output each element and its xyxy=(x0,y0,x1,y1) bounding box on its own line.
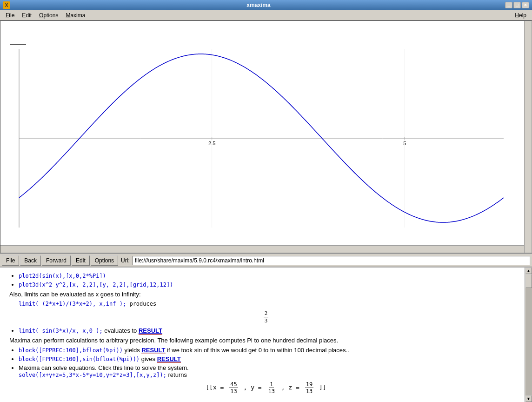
title-bar: X xmaxima _ □ ✕ xyxy=(0,0,532,10)
scroll-track xyxy=(525,274,532,395)
limit-code-link[interactable]: limit( (2*x+1)/(3*x+2), x,inf ); xyxy=(19,301,129,307)
menu-file[interactable]: File xyxy=(2,11,18,20)
solve-y-fraction: 1 13 xyxy=(267,381,276,395)
menu-edit[interactable]: Edit xyxy=(18,11,35,20)
fraction-denominator: 3 xyxy=(264,317,268,324)
block1-link[interactable]: block([FPPREC:100],bfloat(%pi)) xyxy=(19,347,123,354)
block1-desc: if we took sin of this we would get 0 to… xyxy=(167,347,349,354)
solve-item: Maxima can solve equations. Click this l… xyxy=(19,364,523,378)
fraction-display: 2 3 xyxy=(9,310,523,324)
block2-gives: gives xyxy=(141,355,157,362)
solve-z-num: 19 xyxy=(305,381,313,388)
browser-edit-button[interactable]: Edit xyxy=(72,255,90,266)
solve-z-den: 13 xyxy=(305,388,313,395)
maximize-button[interactable]: □ xyxy=(513,2,521,8)
block2-code: block([FPPREC:100],sin(bfloat(%pi))) xyxy=(19,356,140,362)
window-title: xmaxima xyxy=(12,2,505,8)
solve-y-num: 1 xyxy=(269,381,274,388)
solve-code: solve([x+y+z=5,3*x-5*y=10,y+2*z=3],[x,y,… xyxy=(19,372,166,378)
evaluates-text: evaluates to xyxy=(104,327,139,334)
produces-text: produces xyxy=(129,301,156,307)
block-list: block([FPPREC:100],bfloat(%pi)) yields R… xyxy=(9,347,523,378)
block1-code: block([FPPREC:100],bfloat(%pi)) xyxy=(19,347,123,354)
result-badge-3[interactable]: RESULT xyxy=(157,355,181,363)
solve-x-num: 45 xyxy=(229,381,238,388)
browser-toolbar: File Back Forward Edit Options Url: xyxy=(0,253,532,267)
close-button[interactable]: ✕ xyxy=(522,2,529,8)
limit-sin-list: limit( sin(3*x)/x, x,0 ); evaluates to R… xyxy=(9,327,523,334)
solve-z-fraction: 19 13 xyxy=(305,381,313,395)
url-label: Url: xyxy=(119,257,132,264)
solve-result-display: [[x = 45 13 , y = 1 13 , z = 19 13 ]] xyxy=(9,381,523,395)
limit-intro: Also, limits can be evaluated as x goes … xyxy=(9,291,523,298)
minimize-button[interactable]: _ xyxy=(505,2,512,8)
content-scrollbar[interactable]: ▲ ▼ xyxy=(525,268,532,402)
plot-scrollbar-bottom[interactable] xyxy=(0,245,524,253)
plot-scrollbar-right[interactable] xyxy=(524,21,532,253)
block2-item: block([FPPREC:100],sin(bfloat(%pi))) giv… xyxy=(19,355,523,362)
fraction: 2 3 xyxy=(264,310,268,324)
fraction-numerator: 2 xyxy=(264,310,268,317)
limit-code: limit( (2*x+1)/(3*x+2), x,inf ); xyxy=(19,301,126,307)
menu-help[interactable]: Help xyxy=(511,11,530,20)
app-icon: X xyxy=(3,1,10,9)
block1-yields: yields xyxy=(125,347,142,354)
plot2d-link[interactable]: plot2d(sin(x),[x,0,2*%Pi]) xyxy=(19,272,106,279)
bullet-list: plot2d(sin(x),[x,0,2*%Pi]) plot3d(x^2-y^… xyxy=(9,272,523,288)
menu-bar: File Edit Options Maxima Help xyxy=(0,10,532,20)
solve-returns: returns xyxy=(168,371,187,378)
browser-options-button[interactable]: Options xyxy=(91,255,118,266)
solve-link[interactable]: solve([x+y+z=5,3*x-5*y=10,y+2*z=3],[x,y,… xyxy=(19,371,166,378)
limit-code-line: limit( (2*x+1)/(3*x+2), x,inf ); produce… xyxy=(19,301,523,307)
window-controls: _ □ ✕ xyxy=(505,2,529,8)
browser-forward-button[interactable]: Forward xyxy=(42,255,71,266)
browser-file-button[interactable]: File xyxy=(2,255,19,266)
plot-canvas xyxy=(0,21,525,253)
content-area: plot2d(sin(x),[x,0,2*%Pi]) plot3d(x^2-y^… xyxy=(0,267,532,402)
list-item-2: plot3d(x^2-y^2,[x,-2,2],[y,-2,2],[grid,1… xyxy=(19,281,523,288)
limit-sin-link[interactable]: limit( sin(3*x)/x, x,0 ); xyxy=(19,327,103,334)
solve-text: Maxima can solve equations. Click this l… xyxy=(19,364,189,371)
list-item-limit-sin: limit( sin(3*x)/x, x,0 ); evaluates to R… xyxy=(19,327,523,334)
solve-x-den: 13 xyxy=(229,388,238,395)
limit-sin-code: limit( sin(3*x)/x, x,0 ); xyxy=(19,328,103,334)
block1-item: block([FPPREC:100],bfloat(%pi)) yields R… xyxy=(19,347,523,354)
scroll-up-button[interactable]: ▲ xyxy=(525,268,532,274)
scroll-thumb[interactable] xyxy=(525,274,532,288)
precision-text: Maxima can perform calculations to arbit… xyxy=(9,337,523,344)
menu-maxima[interactable]: Maxima xyxy=(62,11,89,20)
browser-back-button[interactable]: Back xyxy=(20,255,41,266)
plot3d-link[interactable]: plot3d(x^2-y^2,[x,-2,2],[y,-2,2],[grid,1… xyxy=(19,281,173,288)
solve-x-fraction: 45 13 xyxy=(229,381,238,395)
plot-container: (C7) plot2d(sin(x)-cos(x),[x,0,2*%Pi]); … xyxy=(0,20,532,253)
block2-link[interactable]: block([FPPREC:100],sin(bfloat(%pi))) xyxy=(19,355,140,362)
result-badge-2[interactable]: RESULT xyxy=(141,347,165,354)
list-item-1: plot2d(sin(x),[x,0,2*%Pi]) xyxy=(19,272,523,279)
result-badge-1[interactable]: RESULT xyxy=(139,327,162,335)
solve-y-den: 13 xyxy=(267,388,276,395)
menu-options[interactable]: Options xyxy=(35,11,62,20)
url-input[interactable] xyxy=(133,256,530,265)
scroll-down-button[interactable]: ▼ xyxy=(525,395,532,402)
